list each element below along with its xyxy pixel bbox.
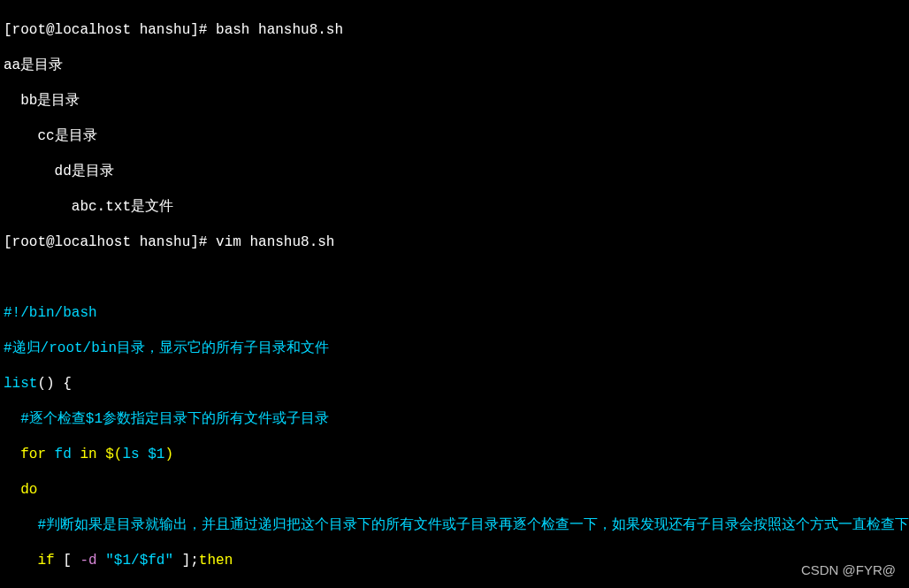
watermark-text: CSDN @FYR@ [801, 562, 896, 579]
shebang-line: #!/bin/bash [4, 304, 905, 322]
prompt-line-1: [root@localhost hanshu]# bash hanshu8.sh [4, 21, 905, 39]
blank-line [4, 269, 905, 286]
output-line: bb是目录 [4, 92, 905, 110]
output-line: abc.txt是文件 [4, 198, 905, 216]
prompt-line-2: [root@localhost hanshu]# vim hanshu8.sh [4, 233, 905, 251]
comment-line: #逐个检查$1参数指定目录下的所有文件或子目录 [4, 410, 905, 428]
do-keyword: do [4, 481, 905, 499]
for-line: for fd in $(ls $1) [4, 446, 905, 463]
command-text: bash hanshu8.sh [216, 22, 343, 38]
if-line: if [ -d "$1/$fd" ];then [4, 552, 905, 569]
shell-prompt: [root@localhost hanshu]# [4, 234, 216, 250]
comment-line: #判断如果是目录就输出，并且通过递归把这个目录下的所有文件或子目录再逐个检查一下… [4, 516, 905, 534]
command-text: vim hanshu8.sh [216, 234, 334, 250]
output-line: cc是目录 [4, 127, 905, 145]
terminal-output: [root@localhost hanshu]# bash hanshu8.sh… [4, 4, 905, 588]
shell-prompt: [root@localhost hanshu]# [4, 22, 216, 38]
output-line: aa是目录 [4, 57, 905, 74]
output-line: dd是目录 [4, 163, 905, 180]
comment-line: #递归/root/bin目录，显示它的所有子目录和文件 [4, 340, 905, 357]
function-def: list() { [4, 375, 905, 393]
